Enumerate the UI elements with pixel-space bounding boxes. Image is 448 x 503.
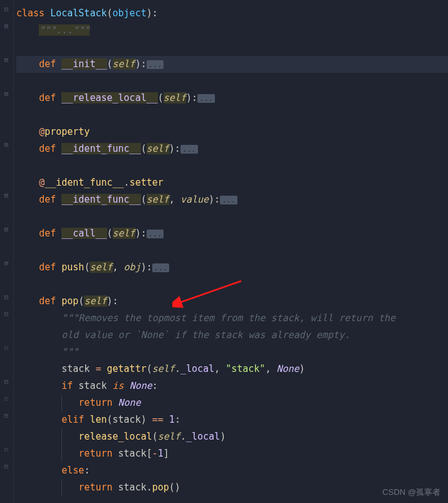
- code-line[interactable]: def __ident_func__(self, value):...: [16, 191, 448, 208]
- operator: -: [152, 448, 158, 459]
- punct: ]: [164, 448, 169, 459]
- code-line[interactable]: """Removes the topmost item from the sta…: [16, 310, 448, 327]
- param: obj: [124, 262, 141, 273]
- code-editor[interactable]: class LocalStack(object): """...""" def …: [0, 0, 448, 503]
- code-line[interactable]: return stack[-1]: [16, 445, 448, 462]
- keyword: elif: [61, 414, 90, 425]
- punct: (: [152, 431, 158, 442]
- punct: .: [124, 177, 130, 188]
- code-line[interactable]: @__ident_func__.setter: [16, 174, 448, 191]
- code-line[interactable]: def push(self, obj):...: [16, 259, 448, 276]
- punct: (: [147, 363, 152, 374]
- keyword: else: [61, 465, 84, 476]
- param-self: self: [147, 143, 169, 154]
- code-line[interactable]: old value or `None` if the stack was alr…: [16, 327, 448, 344]
- punct: ):: [135, 228, 147, 239]
- fold-icon[interactable]: [3, 91, 10, 98]
- keyword: return: [78, 397, 118, 408]
- fold-ellipsis[interactable]: ...: [152, 263, 170, 272]
- fold-icon[interactable]: [3, 226, 10, 234]
- punct: ,: [265, 363, 276, 374]
- code-area[interactable]: class LocalStack(object): """...""" def …: [14, 0, 448, 503]
- fold-ellipsis[interactable]: ...: [180, 145, 198, 154]
- code-line[interactable]: stack = getattr(self._local, "stack", No…: [16, 361, 448, 378]
- code-line[interactable]: """...""": [16, 22, 448, 39]
- code-line[interactable]: [16, 242, 448, 259]
- method-name: push: [61, 262, 84, 273]
- fold-icon[interactable]: [3, 6, 10, 14]
- fold-icon[interactable]: [3, 345, 10, 352]
- keyword: def: [39, 58, 61, 70]
- fold-icon[interactable]: [3, 447, 10, 454]
- param-self: self: [164, 92, 186, 103]
- code-line[interactable]: else:: [16, 462, 448, 479]
- fold-ellipsis[interactable]: ...: [197, 94, 215, 103]
- param-self: self: [90, 262, 112, 273]
- code-line[interactable]: """: [16, 344, 448, 361]
- fold-icon[interactable]: [3, 396, 10, 403]
- decorator-at: @: [39, 126, 44, 137]
- fold-icon[interactable]: [3, 193, 10, 200]
- fold-icon[interactable]: [3, 260, 10, 268]
- code-line[interactable]: release_local(self._local): [16, 428, 448, 445]
- fold-icon[interactable]: [3, 142, 10, 149]
- code-line[interactable]: class LocalStack(object):: [16, 5, 448, 22]
- param-self: self: [113, 228, 135, 239]
- keyword: if: [61, 380, 78, 391]
- punct: :: [84, 465, 90, 476]
- none-const: None: [276, 363, 299, 374]
- code-line[interactable]: [16, 39, 448, 56]
- code-line[interactable]: [16, 157, 448, 174]
- identifier: stack: [118, 448, 147, 459]
- fold-ellipsis[interactable]: ...: [147, 230, 164, 238]
- operator: =: [95, 363, 107, 374]
- code-line[interactable]: [16, 107, 448, 124]
- punct: :: [175, 414, 180, 425]
- punct: ): [141, 414, 152, 425]
- fold-icon[interactable]: [3, 311, 10, 319]
- code-line[interactable]: [16, 208, 448, 225]
- code-line[interactable]: elif len(stack) == 1:: [16, 411, 448, 428]
- punct: ):: [107, 295, 118, 307]
- punct: ):: [186, 92, 197, 103]
- function-call: release_local: [78, 431, 152, 442]
- string: "stack": [226, 363, 265, 374]
- identifier: stack: [118, 482, 147, 493]
- code-line[interactable]: def __call__(self):...: [16, 225, 448, 242]
- code-line[interactable]: def __release_local__(self):...: [16, 90, 448, 107]
- punct: (: [141, 194, 147, 205]
- code-line[interactable]: [16, 276, 448, 293]
- param: value: [180, 194, 209, 205]
- method-name: __call__: [61, 228, 107, 239]
- code-line[interactable]: if stack is None:: [16, 378, 448, 394]
- punct: ):: [141, 262, 152, 273]
- code-line[interactable]: @property: [16, 124, 448, 140]
- fold-icon[interactable]: [3, 294, 10, 302]
- code-line[interactable]: def pop(self):: [16, 293, 448, 310]
- keyword: is: [113, 380, 130, 391]
- punct: ,: [113, 262, 124, 273]
- fold-icon[interactable]: [3, 379, 10, 386]
- fold-ellipsis[interactable]: ...: [220, 196, 237, 204]
- code-line[interactable]: return None: [16, 394, 448, 411]
- fold-icon[interactable]: [3, 413, 10, 420]
- fold-ellipsis[interactable]: ...: [56, 24, 73, 36]
- keyword: return: [78, 448, 118, 459]
- punct: (): [169, 482, 180, 493]
- code-line[interactable]: [16, 73, 448, 90]
- decorator-at: @: [39, 177, 44, 188]
- code-line[interactable]: def __ident_func__(self):...: [16, 140, 448, 157]
- keyword: class: [16, 8, 50, 19]
- number: 1: [169, 414, 175, 425]
- fold-icon[interactable]: [3, 57, 10, 65]
- punct: ,: [169, 194, 180, 205]
- code-line[interactable]: def __init__(self):...: [16, 56, 448, 73]
- fold-ellipsis[interactable]: ...: [147, 60, 164, 69]
- fold-icon[interactable]: [3, 23, 10, 31]
- punct: (: [141, 143, 147, 154]
- punct: ): [220, 431, 226, 442]
- keyword: def: [39, 228, 61, 239]
- fold-icon[interactable]: [3, 463, 10, 471]
- none-const: None: [130, 380, 152, 391]
- operator: ==: [152, 414, 169, 425]
